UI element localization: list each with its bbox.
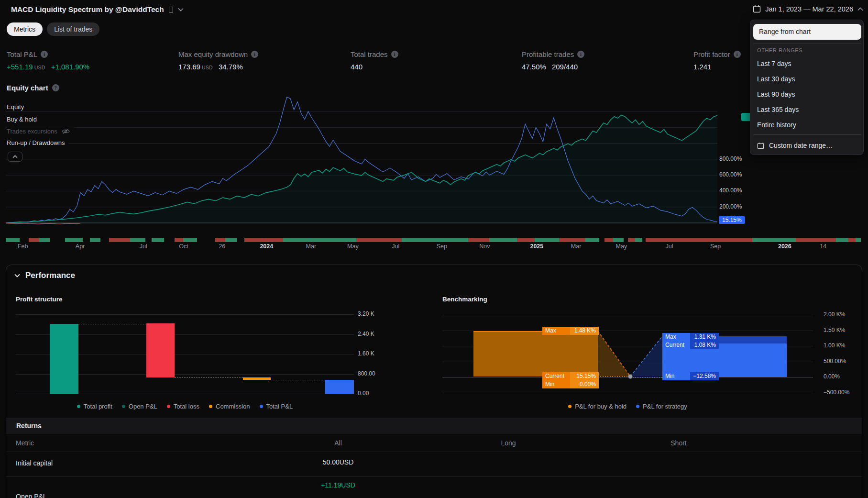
badge-label: Current [542,372,570,380]
dropdown-item-entire-history[interactable]: Entire history [750,117,863,133]
table-divider [6,476,862,477]
timeline-label[interactable]: Jul [140,243,147,250]
performance-header[interactable]: Performance [14,271,75,280]
timeline-label[interactable]: 26 [219,243,225,250]
metric-label: Total tradesi [351,50,398,58]
calendar-icon [757,142,764,149]
strip-segment-loss [628,238,635,242]
timeline-label[interactable]: 2024 [260,243,273,250]
legend-label: Run-up / Drawdowns [7,139,65,146]
timeline-label[interactable]: Sep [710,243,721,250]
legend-label: Open P&L [129,403,157,410]
value-number: 50.00USD [323,458,354,466]
metric-value: 1.241 [693,63,712,71]
legend-dot [260,405,263,408]
timeline-label[interactable]: Jul [392,243,399,250]
custom-date-range-option[interactable]: Custom date range… [750,137,863,154]
strip-segment-loss [517,238,534,242]
dropdown-item-last-7-days[interactable]: Last 7 days [750,56,863,71]
date-range-control[interactable]: Jan 1, 2023 — Mar 22, 2026 [753,5,863,13]
timeline-label[interactable]: Feb [18,243,28,250]
badge-value: 1.48 K% [570,327,599,335]
timeline-label[interactable]: Nov [479,243,490,250]
benchmark-axis-tick: 2.00 K% [824,311,845,318]
strip-segment-win [585,238,599,242]
legend-label: P&L for strategy [643,403,687,410]
tab-metrics[interactable]: Metrics [7,22,43,36]
legend-item-p-l-for-strategy[interactable]: P&L for strategy [636,403,687,410]
profit-axis-tick: 1.60 K [358,350,374,357]
profit-structure-legend: Total profitOpen P&LTotal lossCommission… [16,403,354,410]
timeline-label[interactable]: Mar [306,243,317,250]
equity-legend-trades-excursions[interactable]: Trades excursions [7,127,74,135]
metric-unit: USD [34,65,45,70]
timeline-label[interactable]: Apr [76,243,85,250]
returns-section-header: Returns [6,418,862,434]
legend-label: Total loss [174,403,199,410]
strip-segment-loss [646,238,752,242]
metric-values: +551.19USD+1,081.90% [7,63,89,71]
chevron-down-icon[interactable] [177,6,185,13]
benchmark-axis-tick: 1.00 K% [824,342,845,349]
waterfall-connector [271,380,325,380]
timeline-label[interactable]: 2025 [530,243,543,250]
info-icon[interactable]: i [577,51,584,58]
legend-item-total-loss[interactable]: Total loss [167,403,199,410]
bar-commission[interactable] [243,377,271,380]
custom-date-range-label: Custom date range… [769,142,833,149]
strategy-min-badge: Min−12.58% [662,372,719,380]
timeline-label[interactable]: Sep [437,243,447,250]
profit-gridline [16,314,354,315]
date-range-text: Jan 1, 2023 — Mar 22, 2026 [765,5,853,13]
trades-density-strip[interactable] [6,238,861,242]
strip-segment-win [183,238,197,242]
legend-item-total-p-l[interactable]: Total P&L [260,403,293,410]
timeline-label[interactable]: 14 [820,243,826,250]
help-icon[interactable]: ? [52,84,59,91]
strip-segment-win [90,238,100,242]
equity-legend-equity[interactable]: Equity [7,103,28,111]
timeline-label[interactable]: May [347,243,359,250]
buy-hold-min-badge: Min0.00% [542,380,599,388]
legend-item-total-profit[interactable]: Total profit [77,403,112,410]
timeline-label[interactable]: Jul [665,243,673,250]
profit-gridline [16,394,354,394]
timeline-label[interactable]: May [616,243,627,250]
collapse-chart-button[interactable] [8,152,22,162]
bar-total-p-l[interactable] [325,380,354,394]
strip-gap [642,238,646,242]
dropdown-item-last-30-days[interactable]: Last 30 days [750,71,863,87]
strip-segment-win [856,238,861,242]
legend-item-p-l-for-buy-hold[interactable]: P&L for buy & hold [568,403,626,410]
unknown-glyph [169,7,173,12]
equity-legend-buy-hold[interactable]: Buy & hold [7,115,41,123]
legend-label: P&L for buy & hold [575,403,626,410]
metric-label-text: Profitable trades [522,50,574,58]
bar-total-profit[interactable] [50,324,78,394]
tab-list-of-trades[interactable]: List of trades [47,22,99,36]
legend-label: Buy & hold [7,116,37,123]
benchmark-axis-tick: 500.00% [824,358,846,365]
info-icon[interactable]: i [734,51,741,58]
legend-item-open-p-l[interactable]: Open P&L [122,403,157,410]
timeline-label[interactable]: Mar [571,243,582,250]
info-icon[interactable]: i [251,51,258,58]
column-header-long: Long [480,439,537,447]
metric-values: 440 [351,63,398,71]
legend-dot [122,405,125,408]
range-from-chart-option[interactable]: Range from chart [753,24,861,40]
info-icon[interactable]: i [41,51,48,58]
strip-segment-loss [175,238,183,242]
eye-off-icon[interactable] [62,128,70,134]
timeline-label[interactable]: Oct [179,243,188,250]
strip-gap [50,238,66,242]
bar-total-loss[interactable] [146,323,175,377]
info-icon[interactable]: i [391,51,398,58]
legend-item-commission[interactable]: Commission [209,403,250,410]
dropdown-item-last-90-days[interactable]: Last 90 days [750,87,863,102]
metric-values: 173.69USD34.79% [178,63,258,71]
dropdown-item-last-365-days[interactable]: Last 365 days [750,102,863,117]
timeline-label[interactable]: 2026 [778,243,791,250]
strip-segment-win [402,238,468,242]
equity-legend-run-up-drawdowns[interactable]: Run-up / Drawdowns [7,139,68,147]
